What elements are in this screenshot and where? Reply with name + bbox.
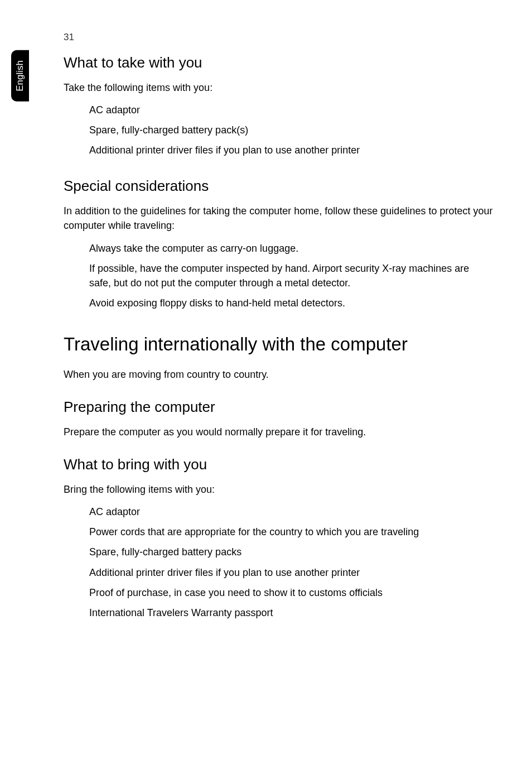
list-item: Additional printer driver files if you p… — [89, 565, 493, 580]
list-item: Spare, fully-charged battery pack(s) — [89, 123, 493, 137]
heading-what-to-take: What to take with you — [64, 54, 493, 71]
heading-preparing-computer: Preparing the computer — [64, 398, 493, 416]
heading-traveling-internationally: Traveling internationally with the compu… — [64, 334, 493, 355]
list-item: Power cords that are appropriate for the… — [89, 525, 493, 539]
list-item: Avoid exposing floppy disks to hand-held… — [89, 296, 493, 310]
list-item: Additional printer driver files if you p… — [89, 143, 493, 157]
page-number: 31 — [64, 32, 74, 43]
list-item: AC adaptor — [89, 504, 493, 519]
heading-what-to-bring: What to bring with you — [64, 456, 493, 473]
heading-special-considerations: Special considerations — [64, 177, 493, 195]
intro-what-to-take: Take the following items with you: — [64, 80, 493, 95]
list-item: If possible, have the computer inspected… — [89, 261, 493, 290]
list-item: Always take the computer as carry-on lug… — [89, 241, 493, 256]
intro-what-to-bring: Bring the following items with you: — [64, 482, 493, 497]
list-item: AC adaptor — [89, 103, 493, 117]
intro-special-considerations: In addition to the guidelines for taking… — [64, 204, 493, 233]
page-content: What to take with you Take the following… — [64, 54, 493, 626]
language-tab: English — [11, 50, 29, 102]
list-item: Spare, fully-charged battery packs — [89, 545, 493, 559]
list-item: International Travelers Warranty passpor… — [89, 606, 493, 620]
list-item: Proof of purchase, in case you need to s… — [89, 585, 493, 600]
intro-preparing-computer: Prepare the computer as you would normal… — [64, 425, 493, 439]
intro-traveling-internationally: When you are moving from country to coun… — [64, 367, 493, 382]
